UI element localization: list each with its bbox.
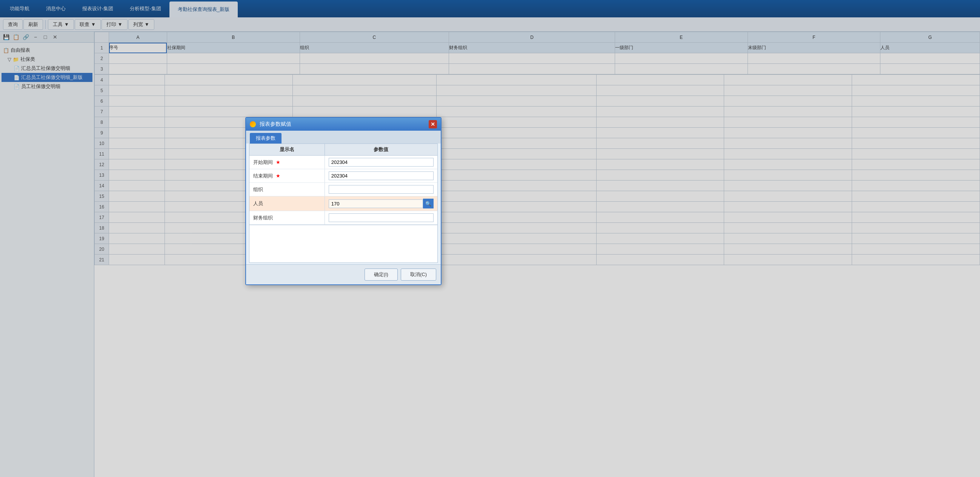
param-input-org[interactable]: [329, 185, 434, 194]
param-name-org: 组织: [250, 183, 325, 196]
modal-title: 报表参数赋值: [250, 121, 291, 128]
person-input-container: 🔍: [329, 199, 434, 209]
required-star-end: ★: [276, 173, 280, 179]
person-search-button[interactable]: 🔍: [423, 199, 434, 209]
cancel-button[interactable]: 取消(C): [401, 268, 436, 281]
param-input-end-period[interactable]: [329, 171, 434, 180]
search-icon: 🔍: [425, 201, 431, 207]
param-label-start: 开始期间: [253, 160, 273, 165]
modal-dialog: 报表参数赋值 ✕ 报表参数 显示名 参数值: [245, 117, 442, 285]
param-row-org: 组织: [250, 183, 438, 196]
modal-tab-params[interactable]: 报表参数: [250, 133, 282, 144]
modal-title-bar: 报表参数赋值 ✕: [246, 118, 441, 131]
param-value-finance-org: [325, 211, 438, 225]
param-name-finance-org: 财务组织: [250, 211, 325, 225]
modal-params-table: 显示名 参数值 开始期间 ★: [250, 144, 438, 225]
param-name-start-period: 开始期间 ★: [250, 156, 325, 169]
modal-overlay: 报表参数赋值 ✕ 报表参数 显示名 参数值: [0, 0, 980, 477]
confirm-button[interactable]: 确定(I): [364, 268, 398, 281]
param-label-org: 组织: [253, 187, 263, 192]
modal-close-button[interactable]: ✕: [429, 120, 437, 128]
required-star-start: ★: [276, 160, 280, 165]
param-name-person: 人员: [250, 196, 325, 211]
modal-empty-area: [249, 225, 438, 263]
modal-col-header-value: 参数值: [325, 144, 438, 156]
param-value-end-period: [325, 169, 438, 183]
param-label-end: 结束期间: [253, 173, 273, 179]
param-name-end-period: 结束期间 ★: [250, 169, 325, 183]
param-input-start-period[interactable]: [329, 158, 434, 167]
param-input-person[interactable]: [329, 199, 423, 208]
modal-col-header-name: 显示名: [250, 144, 325, 156]
param-row-start-period: 开始期间 ★: [250, 156, 438, 169]
modal-tab-bar: 报表参数: [246, 131, 441, 144]
param-row-finance-org: 财务组织: [250, 211, 438, 225]
param-value-person: 🔍: [325, 196, 438, 211]
param-value-org: [325, 183, 438, 196]
modal-body: 显示名 参数值 开始期间 ★: [249, 144, 438, 225]
modal-footer: 确定(I) 取消(C): [246, 264, 441, 284]
param-row-end-period: 结束期间 ★: [250, 169, 438, 183]
modal-logo-icon: [250, 121, 256, 127]
param-input-finance-org[interactable]: [329, 214, 434, 222]
param-label-person: 人员: [253, 201, 263, 206]
param-label-finance: 财务组织: [253, 215, 273, 220]
param-row-person: 人员 🔍: [250, 196, 438, 211]
param-value-start-period: [325, 156, 438, 169]
modal-title-text: 报表参数赋值: [259, 121, 291, 128]
